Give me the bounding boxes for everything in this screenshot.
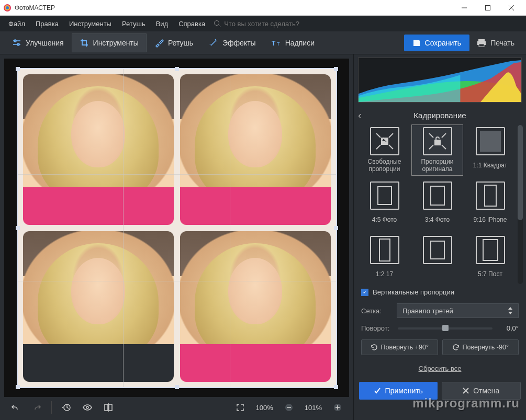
reset-link[interactable]: Сбросить все	[354, 359, 526, 378]
crop-handle-tr[interactable]	[334, 67, 338, 71]
preset-9-16[interactable]: 9:16 iPhone	[465, 179, 516, 230]
image-canvas[interactable]	[17, 68, 337, 388]
fit-icon	[236, 403, 244, 412]
side-panel: ‹ Кадрирование Свободные пропорции Пропо…	[353, 54, 526, 420]
crop-handle-tm[interactable]	[175, 67, 179, 71]
compare-icon	[104, 403, 113, 412]
menu-edit[interactable]: Правка	[31, 18, 63, 30]
rotate-ccw-icon	[371, 344, 378, 351]
zoom-out-button[interactable]	[281, 400, 297, 415]
tab-text-label: Надписи	[285, 39, 315, 47]
square-icon	[480, 131, 501, 152]
undo-icon	[11, 404, 20, 411]
preset-4-5[interactable]: 4:5 Фото	[359, 179, 410, 230]
tab-retouch-label: Ретушь	[168, 39, 193, 47]
crop-handle-tl[interactable]	[16, 67, 20, 71]
canvas-viewport[interactable]	[4, 59, 349, 397]
checkbox-checked-icon[interactable]: ✓	[361, 289, 368, 296]
cancel-button[interactable]: Отмена	[442, 382, 521, 400]
rotate-cw-button[interactable]: Повернуть -90°	[442, 339, 519, 355]
redo-button[interactable]	[28, 400, 45, 415]
apply-button[interactable]: Применить	[359, 382, 438, 400]
zoom-in-button[interactable]	[329, 400, 346, 415]
brush-icon	[154, 38, 164, 48]
histogram	[358, 58, 522, 103]
svg-line-8	[219, 25, 221, 27]
rect-icon	[484, 185, 497, 207]
preset-free[interactable]: Свободные пропорции	[359, 125, 410, 175]
grid-label: Сетка:	[361, 307, 393, 315]
menu-file[interactable]: Файл	[4, 18, 29, 30]
preset-3-4[interactable]: 3:4 Фото	[412, 179, 463, 230]
menu-retouch[interactable]: Ретушь	[118, 18, 150, 30]
crop-handle-bm[interactable]	[175, 385, 179, 389]
tab-tools-label: Инструменты	[93, 39, 139, 47]
preset-label: 1:1 Квадрат	[473, 158, 508, 173]
preset-label: 9:16 iPhone	[473, 213, 507, 228]
apply-label: Применить	[385, 387, 423, 395]
menu-search[interactable]	[214, 20, 329, 28]
crop-handle-rm[interactable]	[334, 226, 338, 230]
tab-enhance[interactable]: Улучшения	[4, 33, 72, 52]
print-button[interactable]: Печать	[469, 35, 522, 51]
preset-1-1[interactable]: 1:1 Квадрат	[465, 125, 516, 175]
back-button[interactable]: ‹	[358, 109, 362, 121]
tab-tools[interactable]: Инструменты	[72, 33, 147, 52]
svg-point-7	[215, 21, 219, 26]
search-icon	[214, 20, 221, 27]
history-button[interactable]	[58, 400, 75, 415]
preset-label: 1:2 17	[376, 267, 393, 282]
svg-rect-29	[435, 140, 440, 145]
menu-help[interactable]: Справка	[174, 18, 209, 30]
tab-enhance-label: Улучшения	[26, 39, 64, 47]
preview-button[interactable]	[79, 400, 96, 415]
crop-handle-bl[interactable]	[16, 385, 20, 389]
undo-button[interactable]	[7, 400, 24, 415]
rotate-cw-icon	[452, 344, 460, 351]
maximize-button[interactable]	[476, 0, 499, 16]
svg-point-2	[6, 6, 9, 9]
preset-5-7[interactable]: 5:7 Пост	[465, 234, 516, 284]
tab-effects-label: Эффекты	[222, 39, 256, 47]
crop-handle-br[interactable]	[334, 385, 338, 389]
preset-scrollbar[interactable]	[518, 125, 523, 284]
grid-select-value: Правило третей	[402, 307, 453, 315]
print-label: Печать	[490, 39, 514, 47]
slider-knob[interactable]	[442, 325, 449, 331]
grid-select[interactable]: Правило третей	[397, 303, 519, 318]
save-button[interactable]: Сохранить	[404, 35, 470, 51]
zoom-value: 101%	[301, 404, 325, 412]
menu-tools[interactable]: Инструменты	[65, 18, 116, 30]
preset-label: 3:4 Фото	[425, 213, 450, 228]
text-icon: TT	[272, 39, 281, 47]
vertical-checkbox-row[interactable]: ✓ Вертикальные пропорции	[354, 284, 526, 300]
minus-icon	[285, 403, 293, 412]
aspect-preset-grid: Свободные пропорции Пропорции оригинала …	[359, 125, 516, 284]
rect-icon	[430, 241, 445, 259]
rect-icon	[377, 186, 392, 205]
updown-icon	[508, 307, 513, 314]
rotate-slider[interactable]	[398, 327, 493, 330]
tab-effects[interactable]: Эффекты	[201, 33, 264, 52]
fit-screen-button[interactable]	[232, 400, 249, 415]
rotate-label: Поворот:	[361, 324, 394, 332]
x-icon	[463, 388, 469, 394]
preset-mid[interactable]	[412, 234, 463, 284]
rotate-ccw-button[interactable]: Повернуть +90°	[361, 339, 438, 355]
preset-1-2[interactable]: 1:2 17	[359, 234, 410, 284]
close-button[interactable]	[499, 0, 523, 16]
search-input[interactable]	[224, 20, 329, 28]
save-label: Сохранить	[425, 39, 462, 47]
plus-icon	[333, 403, 342, 412]
tab-retouch[interactable]: Ретушь	[147, 33, 201, 52]
menu-view[interactable]: Вид	[152, 18, 173, 30]
save-icon	[412, 39, 421, 47]
preset-original[interactable]: Пропорции оригинала	[412, 125, 463, 175]
cancel-label: Отмена	[473, 387, 499, 395]
vertical-checkbox-label: Вертикальные пропорции	[373, 288, 454, 296]
crop-handle-lm[interactable]	[16, 226, 20, 230]
compare-button[interactable]	[100, 400, 117, 415]
svg-rect-4	[485, 5, 490, 10]
tab-text[interactable]: TT Надписи	[264, 34, 322, 52]
minimize-button[interactable]	[452, 0, 476, 16]
